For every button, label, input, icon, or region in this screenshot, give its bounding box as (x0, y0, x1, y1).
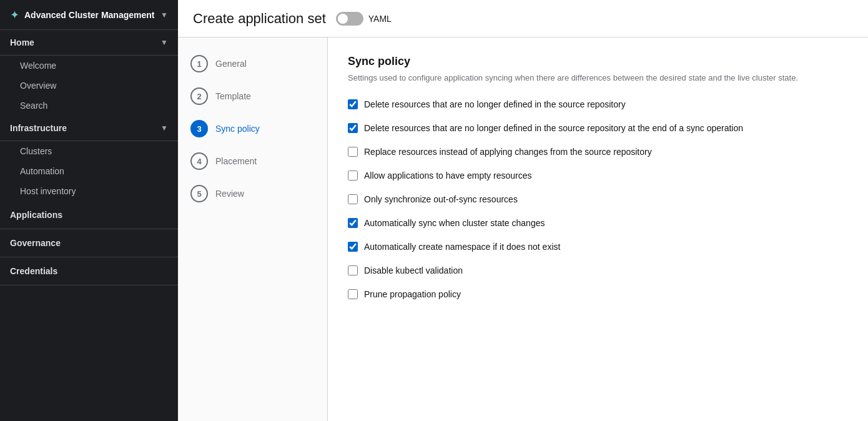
checkbox-cb3[interactable] (348, 147, 358, 157)
yaml-label: YAML (368, 14, 392, 24)
sidebar-item-overview[interactable]: Overview (0, 76, 178, 96)
checkboxes-container: Delete resources that are no longer defi… (348, 99, 848, 299)
checkbox-label-cb2: Delete resources that are no longer defi… (364, 123, 743, 133)
sidebar-item-automation[interactable]: Automation (0, 161, 178, 181)
sync-policy-desc: Settings used to configure application s… (348, 72, 848, 84)
sidebar-item-welcome[interactable]: Welcome (0, 56, 178, 76)
checkbox-label-cb5: Only synchronize out-of-sync resources (364, 194, 518, 204)
sync-policy-title: Sync policy (348, 55, 848, 68)
step-circle-3: 3 (190, 120, 208, 137)
page-title: Create application set (193, 11, 326, 27)
home-chevron-icon: ▼ (160, 38, 168, 47)
step-circle-5: 5 (190, 185, 208, 202)
sidebar-item-credentials[interactable]: Credentials (0, 257, 178, 285)
checkbox-row-cb4: Allow applications to have empty resourc… (348, 171, 848, 181)
checkbox-cb5[interactable] (348, 194, 358, 204)
wizard-nav: 1 General 2 Template 3 Sync policy 4 (178, 37, 328, 421)
sidebar-item-search[interactable]: Search (0, 96, 178, 116)
checkbox-cb2[interactable] (348, 123, 358, 133)
step-label-review: Review (215, 189, 244, 199)
step-label-sync-policy: Sync policy (215, 124, 260, 134)
checkbox-row-cb7: Automatically create namespace if it doe… (348, 242, 848, 252)
checkbox-cb9[interactable] (348, 289, 358, 299)
sidebar: ✦ Advanced Cluster Management ▼ Home ▼ W… (0, 0, 178, 421)
sidebar-header[interactable]: ✦ Advanced Cluster Management ▼ (0, 0, 178, 30)
yaml-toggle[interactable] (336, 12, 363, 26)
page-header: Create application set YAML (178, 0, 868, 37)
checkbox-row-cb3: Replace resources instead of applying ch… (348, 147, 848, 157)
sidebar-item-governance[interactable]: Governance (0, 229, 178, 257)
wizard-step-review[interactable]: 5 Review (178, 177, 327, 210)
checkbox-label-cb6: Automatically sync when cluster state ch… (364, 218, 545, 228)
step-circle-2: 2 (190, 87, 208, 105)
checkbox-row-cb2: Delete resources that are no longer defi… (348, 123, 848, 133)
sidebar-infrastructure-label: Infrastructure (10, 123, 67, 133)
checkbox-label-cb1: Delete resources that are no longer defi… (364, 99, 626, 109)
sidebar-header-chevron-icon[interactable]: ▼ (160, 11, 168, 19)
wizard-step-template[interactable]: 2 Template (178, 80, 327, 112)
sidebar-title: Advanced Cluster Management (24, 10, 155, 20)
step-label-general: General (215, 59, 247, 69)
step-circle-4: 4 (190, 152, 208, 170)
step-label-placement: Placement (215, 156, 257, 166)
checkbox-row-cb9: Prune propagation policy (348, 289, 848, 299)
infrastructure-chevron-icon: ▼ (160, 124, 168, 132)
yaml-toggle-wrapper[interactable]: YAML (336, 12, 392, 26)
checkbox-cb4[interactable] (348, 171, 358, 181)
wizard-step-sync-policy[interactable]: 3 Sync policy (178, 112, 327, 145)
checkbox-row-cb8: Disable kubectl validation (348, 265, 848, 275)
checkbox-cb6[interactable] (348, 218, 358, 228)
checkbox-row-cb5: Only synchronize out-of-sync resources (348, 194, 848, 204)
sidebar-item-clusters[interactable]: Clusters (0, 141, 178, 161)
toggle-thumb (338, 14, 348, 24)
app-icon: ✦ (10, 8, 19, 22)
step-label-template: Template (215, 91, 251, 101)
checkbox-row-cb6: Automatically sync when cluster state ch… (348, 218, 848, 228)
sidebar-item-applications[interactable]: Applications (0, 201, 178, 229)
checkbox-label-cb4: Allow applications to have empty resourc… (364, 171, 531, 181)
checkbox-cb1[interactable] (348, 99, 358, 109)
wizard-step-placement[interactable]: 4 Placement (178, 145, 327, 177)
sidebar-section-home[interactable]: Home ▼ (0, 30, 178, 56)
checkbox-cb7[interactable] (348, 242, 358, 252)
step-circle-1: 1 (190, 55, 208, 72)
form-area: Sync policy Settings used to configure a… (328, 37, 868, 421)
content-area: 1 General 2 Template 3 Sync policy 4 (178, 37, 868, 421)
checkbox-label-cb7: Automatically create namespace if it doe… (364, 242, 560, 252)
checkbox-label-cb8: Disable kubectl validation (364, 265, 463, 275)
sidebar-home-label: Home (10, 37, 34, 47)
checkbox-cb8[interactable] (348, 265, 358, 275)
checkbox-row-cb1: Delete resources that are no longer defi… (348, 99, 848, 109)
sidebar-item-host-inventory[interactable]: Host inventory (0, 181, 178, 201)
toggle-track (336, 12, 363, 26)
wizard-step-general[interactable]: 1 General (178, 47, 327, 80)
checkbox-label-cb3: Replace resources instead of applying ch… (364, 147, 652, 157)
sidebar-section-infrastructure[interactable]: Infrastructure ▼ (0, 116, 178, 141)
main-content: Create application set YAML 1 General 2 (178, 0, 868, 421)
checkbox-label-cb9: Prune propagation policy (364, 289, 461, 299)
